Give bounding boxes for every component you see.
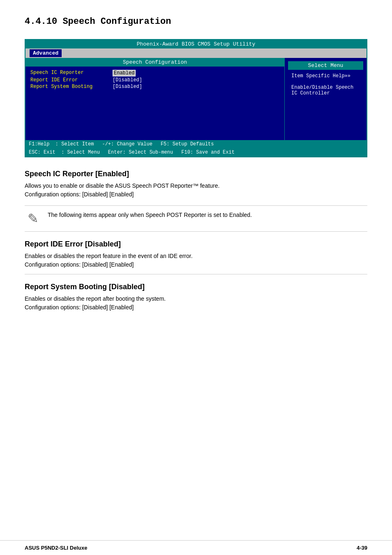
bios-footer-f5: F5: Setup Defaults — [161, 141, 214, 147]
pencil-icon: ✎ — [25, 211, 41, 226]
bios-main-body: Speech IC Reporter Enabled Report IDE Er… — [25, 67, 284, 94]
bios-sidebar: Select Menu Item Specific Help»» Enable/… — [284, 58, 367, 140]
bios-menu-bar: Advanced — [25, 48, 367, 58]
page-title: 4.4.10 Speech Configuration — [25, 16, 367, 27]
bios-help-text: Enable/Disable SpeechIC Controller — [291, 85, 360, 96]
section-divider-2 — [25, 274, 367, 274]
footer-product-name: ASUS P5ND2-SLI Deluxe — [25, 545, 87, 551]
bios-title-bar: Phoenix-Award BIOS CMOS Setup Utility — [25, 40, 367, 48]
section-title-ide-error: Report IDE Error [Disabled] — [25, 240, 367, 249]
section-body-system-booting: Enables or disables the report after boo… — [25, 295, 367, 312]
section-report-system-booting: Report System Booting [Disabled] Enables… — [25, 283, 367, 312]
bios-footer-left-row2: ESC: Exit : Select Menu Enter: Select Su… — [29, 150, 235, 155]
section-body-ide-error: Enables or disables the report feature i… — [25, 252, 367, 269]
bios-item-value-speech-ic: Enabled — [113, 70, 136, 76]
section-title-system-booting: Report System Booting [Disabled] — [25, 283, 367, 291]
section-body-speech-ic: Allows you to enable or disable the ASUS… — [25, 182, 367, 199]
bios-item-report-system-booting[interactable]: Report System Booting [Disabled] — [30, 84, 279, 90]
bios-footer-f1: F1:Help : Select Item — [29, 141, 94, 147]
bios-footer: F1:Help : Select Item -/+: Change Value … — [25, 140, 367, 148]
bios-content-area: Speech Configuration Speech IC Reporter … — [25, 58, 367, 140]
footer-page-number: 4-39 — [357, 545, 367, 551]
bios-footer-left: F1:Help : Select Item -/+: Change Value … — [29, 141, 214, 147]
bios-item-value-ide-error: [Disabled] — [113, 77, 142, 83]
bios-item-label-ide-error: Report IDE Error — [30, 77, 113, 83]
bios-item-report-ide-error[interactable]: Report IDE Error [Disabled] — [30, 77, 279, 83]
section-speech-ic-reporter: Speech IC Reporter [Enabled] Allows you … — [25, 170, 367, 232]
note-box: ✎ The following items appear only when S… — [25, 205, 367, 232]
bios-screen: Phoenix-Award BIOS CMOS Setup Utility Ad… — [25, 39, 367, 157]
bios-main-panel: Speech Configuration Speech IC Reporter … — [25, 58, 284, 140]
bios-item-label-speech-ic: Speech IC Reporter — [30, 70, 113, 76]
bios-sidebar-body: Item Specific Help»» Enable/Disable Spee… — [288, 70, 363, 99]
note-text: The following items appear only when Spe… — [48, 211, 252, 219]
bios-main-header: Speech Configuration — [25, 58, 284, 67]
bios-help-item-specific: Item Specific Help»» — [291, 73, 360, 79]
bios-footer-f10: F10: Save and Exit — [181, 150, 235, 155]
bios-sidebar-header: Select Menu — [288, 61, 363, 70]
bios-footer-change-value: -/+: Change Value — [102, 141, 152, 147]
bios-item-label-system-booting: Report System Booting — [30, 84, 113, 90]
bios-footer-enter: Enter: Select Sub-menu — [108, 150, 173, 155]
section-report-ide-error: Report IDE Error [Disabled] Enables or d… — [25, 240, 367, 269]
bios-menu-item-advanced[interactable]: Advanced — [30, 49, 62, 57]
bios-item-value-system-booting: [Disabled] — [113, 84, 142, 90]
section-title-speech-ic: Speech IC Reporter [Enabled] — [25, 170, 367, 178]
bios-footer-row2: ESC: Exit : Select Menu Enter: Select Su… — [25, 148, 367, 157]
page-footer: ASUS P5ND2-SLI Deluxe 4-39 — [0, 540, 392, 555]
bios-footer-esc: ESC: Exit : Select Menu — [29, 150, 100, 155]
bios-item-speech-ic-reporter[interactable]: Speech IC Reporter Enabled — [30, 70, 279, 76]
